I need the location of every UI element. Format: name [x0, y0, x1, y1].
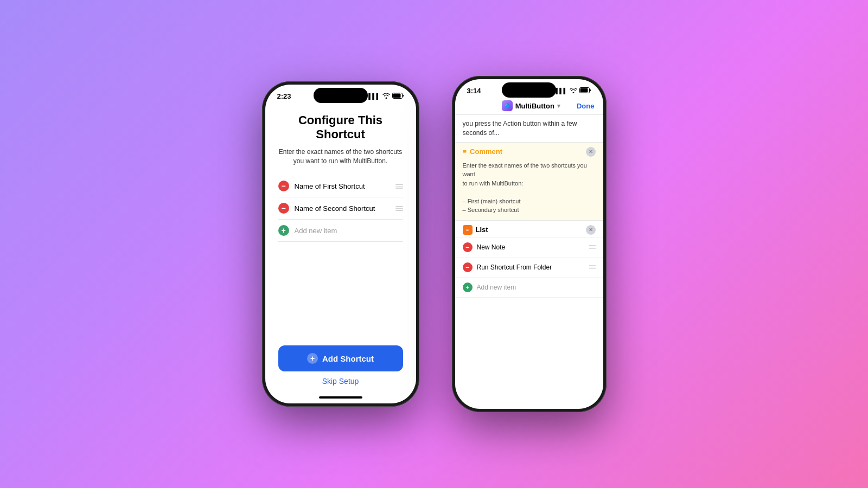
remove-icon-2[interactable]: −: [278, 203, 289, 214]
status-icons-left: ▌▌▌: [368, 93, 404, 100]
add-item-label: Add new item: [295, 227, 337, 235]
list-item-block-left-1: − New Note: [463, 242, 506, 252]
list-item-block-1: − New Note: [455, 237, 603, 258]
remove-dot-2[interactable]: −: [463, 262, 473, 272]
shortcut-list: − Name of First Shortcut − Name of Secon…: [278, 175, 403, 339]
comment-line-4: – First (main) shortcut: [463, 197, 596, 206]
item-label-1: Name of First Shortcut: [295, 182, 365, 190]
comment-header-left: ≡ Comment: [463, 147, 503, 156]
comment-remove-button[interactable]: ✕: [586, 147, 596, 157]
partial-text: you press the Action button within a few…: [455, 115, 603, 143]
battery-icon: [392, 93, 404, 100]
page-desc-left: Enter the exact names of the two shortcu…: [278, 147, 403, 166]
svg-rect-3: [580, 88, 588, 93]
list-item-left-1: − Name of First Shortcut: [278, 181, 365, 191]
nav-done-button[interactable]: Done: [577, 102, 595, 110]
comment-label: Comment: [470, 147, 502, 156]
drag-handle-block-1[interactable]: [589, 245, 596, 249]
list-item-block-left-2: − Run Shortcut From Folder: [463, 262, 552, 272]
comment-icon: ≡: [463, 147, 467, 156]
right-phone: 3:14 ▌▌▌ 🔷 MultiButton ▾ Done: [452, 76, 607, 412]
list-block-header: ≡ List ✕: [455, 221, 603, 237]
new-note-label: New Note: [477, 243, 506, 251]
run-shortcut-label: Run Shortcut From Folder: [477, 264, 552, 271]
comment-block: ≡ Comment ✕ Enter the exact names of the…: [455, 143, 603, 221]
skip-setup-link[interactable]: Skip Setup: [278, 377, 403, 386]
nav-chevron-icon[interactable]: ▾: [557, 102, 560, 110]
wifi-icon-right: [570, 88, 577, 94]
add-shortcut-label: Add Shortcut: [322, 354, 374, 363]
left-content: Configure This Shortcut Enter the exact …: [265, 102, 416, 394]
svg-rect-1: [393, 94, 400, 98]
comment-body: Enter the exact names of the two shortcu…: [455, 159, 603, 220]
list-remove-button[interactable]: ✕: [586, 225, 596, 235]
item-label-2: Name of Second Shortcut: [295, 204, 375, 213]
home-indicator-left: [319, 396, 362, 399]
drag-handle-2[interactable]: [395, 206, 403, 211]
nav-title-right: 🔷 MultiButton ▾: [502, 100, 560, 111]
remove-dot-1[interactable]: −: [463, 242, 473, 252]
list-block-left: ≡ List: [463, 225, 488, 235]
comment-header: ≡ Comment ✕: [455, 143, 603, 159]
battery-icon-right: [579, 87, 591, 94]
list-item: − Name of Second Shortcut: [278, 197, 403, 220]
add-dot[interactable]: +: [463, 282, 473, 292]
right-screen: 3:14 ▌▌▌ 🔷 MultiButton ▾ Done: [455, 79, 603, 409]
comment-line-3: [463, 188, 596, 197]
list-item: − Name of First Shortcut: [278, 175, 403, 197]
list-label: List: [476, 226, 488, 234]
list-icon: ≡: [463, 225, 473, 235]
add-item-left: + Add new item: [278, 225, 337, 236]
add-item-block-left: + Add new item: [463, 282, 516, 292]
add-item-block-label: Add new item: [477, 284, 516, 291]
app-icon: 🔷: [502, 100, 513, 111]
dynamic-island-right: [502, 82, 556, 98]
add-item-row[interactable]: + Add new item: [278, 220, 403, 242]
status-time-left: 2:23: [277, 92, 291, 100]
add-icon[interactable]: +: [278, 225, 289, 236]
add-item-block-row[interactable]: + Add new item: [455, 278, 603, 298]
right-content: you press the Action button within a few…: [455, 115, 603, 409]
list-block: ≡ List ✕ − New Note: [455, 221, 603, 298]
comment-line-2: to run with MultiButton:: [463, 179, 596, 188]
dynamic-island-left: [314, 88, 368, 103]
add-shortcut-button[interactable]: + Add Shortcut: [278, 345, 403, 371]
app-name: MultiButton: [515, 102, 554, 110]
page-title-left: Configure This Shortcut: [278, 113, 403, 142]
left-screen: 2:23 ▌▌▌ Configure This Shortcut Enter t…: [265, 85, 416, 403]
nav-bar-right: 🔷 MultiButton ▾ Done: [455, 97, 603, 115]
status-icons-right: ▌▌▌: [556, 87, 591, 94]
left-phone: 2:23 ▌▌▌ Configure This Shortcut Enter t…: [262, 81, 419, 407]
comment-line-1: Enter the exact names of the two shortcu…: [463, 161, 596, 179]
btn-plus-icon: +: [307, 353, 318, 364]
status-time-right: 3:14: [467, 87, 481, 95]
signal-icon: ▌▌▌: [368, 93, 380, 99]
drag-handle-block-2[interactable]: [589, 265, 596, 269]
signal-icon-right: ▌▌▌: [556, 88, 567, 94]
remove-icon-1[interactable]: −: [278, 181, 289, 191]
list-item-left-2: − Name of Second Shortcut: [278, 203, 375, 214]
list-item-block-2: − Run Shortcut From Folder: [455, 258, 603, 278]
wifi-icon: [382, 93, 390, 100]
drag-handle-1[interactable]: [395, 184, 403, 189]
comment-line-5: – Secondary shortcut: [463, 206, 596, 215]
